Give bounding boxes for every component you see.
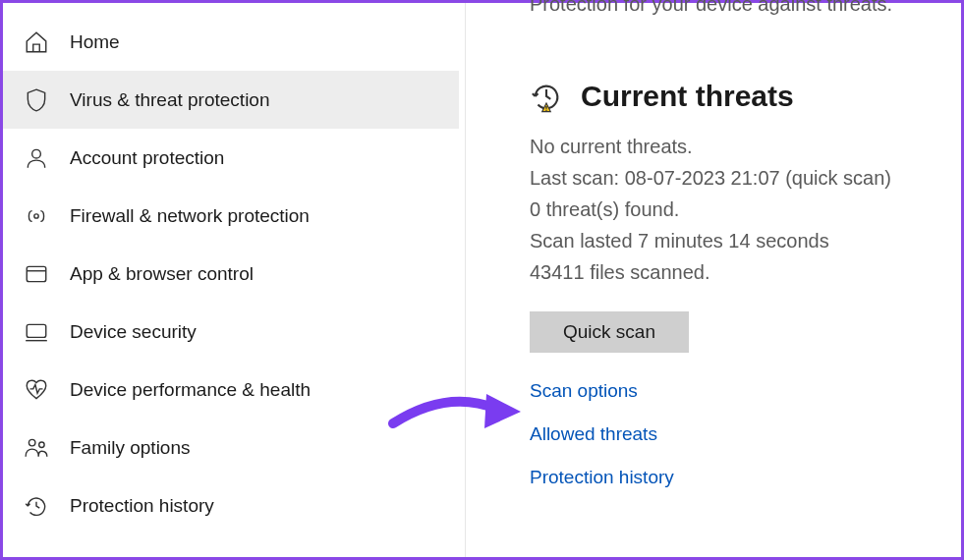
account-icon (23, 144, 50, 172)
sidebar-item-label: Family options (70, 437, 191, 459)
shield-icon (23, 86, 50, 114)
sidebar-item-device-performance[interactable]: Device performance & health (3, 361, 465, 419)
svg-point-7 (545, 109, 546, 110)
home-icon (23, 28, 50, 56)
svg-rect-2 (27, 266, 46, 281)
sidebar-item-label: App & browser control (70, 263, 254, 285)
protection-history-link[interactable]: Protection history (530, 467, 674, 488)
svg-point-0 (32, 149, 41, 158)
sidebar-item-virus-threat[interactable]: Virus & threat protection (3, 71, 459, 129)
history-icon (23, 492, 50, 520)
sidebar-item-label: Protection history (70, 495, 214, 517)
sidebar-item-family[interactable]: Family options (3, 419, 465, 476)
heart-pulse-icon (23, 376, 50, 404)
device-security-icon (23, 318, 50, 346)
status-line: Scan lasted 7 minutes 14 seconds (530, 225, 932, 256)
sidebar-item-device-security[interactable]: Device security (3, 303, 465, 361)
main-content: Protection for your device against threa… (466, 3, 961, 557)
sidebar-item-account[interactable]: Account protection (3, 129, 465, 187)
sidebar-item-app-browser[interactable]: App & browser control (3, 245, 465, 303)
section-title: Current threats (581, 80, 794, 113)
family-icon (23, 434, 50, 462)
sidebar-item-label: Device security (70, 321, 197, 343)
svg-point-5 (39, 442, 44, 447)
sidebar-item-label: Firewall & network protection (70, 205, 310, 227)
status-line: 0 threat(s) found. (530, 194, 932, 225)
sidebar-item-protection-history[interactable]: Protection history (3, 476, 465, 534)
allowed-threats-link[interactable]: Allowed threats (530, 423, 657, 445)
app-browser-icon (23, 260, 50, 288)
sidebar-item-label: Device performance & health (70, 379, 311, 401)
quick-scan-button[interactable]: Quick scan (530, 311, 689, 353)
svg-rect-3 (27, 324, 46, 337)
status-line: 43411 files scanned. (530, 256, 932, 288)
current-threats-header: Current threats (530, 80, 932, 113)
cutoff-text: Protection for your device against threa… (530, 0, 892, 16)
sidebar-item-label: Virus & threat protection (70, 89, 269, 111)
sidebar-item-label: Account protection (70, 147, 224, 169)
sidebar-item-label: Home (70, 31, 120, 53)
history-warning-icon (530, 80, 563, 113)
status-line: Last scan: 08-07-2023 21:07 (quick scan) (530, 162, 932, 194)
sidebar-item-home[interactable]: Home (3, 13, 465, 71)
svg-point-1 (34, 213, 38, 217)
sidebar: Home Virus & threat protection Account p… (3, 3, 466, 557)
threat-status: No current threats. Last scan: 08-07-202… (530, 131, 932, 288)
status-line: No current threats. (530, 131, 932, 162)
sidebar-item-firewall[interactable]: Firewall & network protection (3, 187, 465, 245)
firewall-icon (23, 202, 50, 230)
scan-options-link[interactable]: Scan options (530, 380, 638, 402)
svg-point-4 (28, 439, 35, 446)
